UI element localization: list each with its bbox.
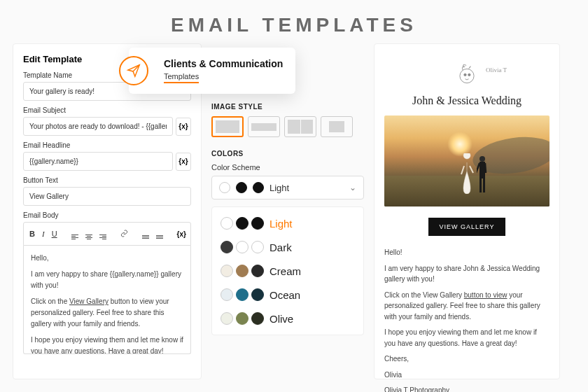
svg-point-2 (468, 74, 470, 76)
brand-logo-icon: Olivia T (451, 58, 483, 90)
svg-point-3 (479, 156, 485, 162)
colors-label: COLORS (211, 150, 364, 158)
preview-headline: John & Jessica Wedding (384, 94, 550, 107)
svg-point-1 (464, 74, 466, 76)
button-text-input[interactable] (23, 187, 191, 206)
preview-hero-image (384, 115, 550, 206)
scheme-option-light[interactable]: Light (216, 211, 359, 235)
insert-variable-button[interactable]: {x} (177, 227, 186, 241)
scheme-option-cream[interactable]: Cream (216, 259, 359, 283)
color-scheme-select[interactable]: Light ⌄ (211, 176, 364, 200)
align-center-button[interactable] (85, 228, 92, 239)
svg-rect-5 (479, 178, 482, 192)
section-title: Clients & Communication (164, 58, 283, 69)
image-style-option-3[interactable] (284, 116, 316, 137)
email-subject-input[interactable] (23, 117, 173, 136)
label-email-body: Email Body (23, 211, 191, 219)
email-headline-input[interactable] (23, 152, 173, 171)
scheme-option-ocean[interactable]: Ocean (216, 283, 359, 307)
style-panel: IMAGE STYLE COLORS Color Scheme Light ⌄ … (211, 43, 364, 379)
image-style-option-2[interactable] (248, 116, 280, 137)
label-email-headline: Email Headline (23, 141, 191, 149)
svg-point-0 (460, 69, 474, 83)
italic-button[interactable]: I (42, 230, 45, 238)
body-line: I am very happy to share {{gallery.name}… (31, 269, 183, 291)
preview-body: Hello! I am very happy to share John & J… (384, 247, 550, 392)
body-line: Hello, (31, 253, 183, 264)
selected-scheme-label: Light (270, 183, 344, 193)
scheme-option-dark[interactable]: Dark (216, 235, 359, 259)
view-gallery-button[interactable]: VIEW GALLERY (428, 218, 506, 236)
swatch-icon (253, 182, 264, 193)
label-button-text: Button Text (23, 176, 191, 184)
image-style-option-1[interactable] (211, 116, 244, 137)
swatch-icon (236, 182, 247, 193)
body-line: Click on the View Gallery button to view… (31, 296, 183, 330)
label-email-subject: Email Subject (23, 106, 191, 114)
underline-button[interactable]: U (52, 230, 57, 238)
align-right-button[interactable] (99, 228, 106, 239)
link-button[interactable] (120, 230, 128, 239)
svg-rect-6 (483, 178, 485, 192)
bold-button[interactable]: B (29, 230, 35, 238)
align-left-button[interactable] (71, 228, 78, 239)
image-style-option-4[interactable] (321, 116, 353, 137)
paper-plane-icon (119, 56, 148, 85)
edit-template-panel: Edit Template Template Name Email Subjec… (13, 43, 202, 379)
scheme-option-olive[interactable]: Olive (216, 307, 359, 330)
section-subtitle[interactable]: Templates (164, 72, 199, 83)
email-preview-panel: Olivia T John & Jessica Wedding VIEW GAL… (374, 43, 560, 379)
section-header-card: Clients & Communication Templates (129, 48, 295, 94)
svg-rect-4 (479, 162, 485, 178)
color-scheme-dropdown: Light Dark Cream Ocean Olive (211, 206, 364, 335)
swatch-icon (219, 182, 230, 193)
body-line: I hope you enjoy viewing them and let me… (31, 335, 183, 354)
page-title: EMAIL TEMPLATES (0, 14, 588, 36)
insert-variable-button[interactable]: {x} (176, 153, 191, 171)
chevron-down-icon: ⌄ (349, 183, 356, 192)
ordered-list-button[interactable] (142, 229, 149, 239)
image-style-label: IMAGE STYLE (211, 103, 364, 111)
bullet-list-button[interactable] (156, 229, 163, 239)
insert-variable-button[interactable]: {x} (176, 118, 191, 136)
email-body-editor[interactable]: Hello, I am very happy to share {{galler… (23, 246, 191, 354)
image-style-options (211, 116, 364, 137)
rich-text-toolbar: B I U {x} (23, 222, 191, 246)
color-scheme-label: Color Scheme (211, 163, 364, 172)
